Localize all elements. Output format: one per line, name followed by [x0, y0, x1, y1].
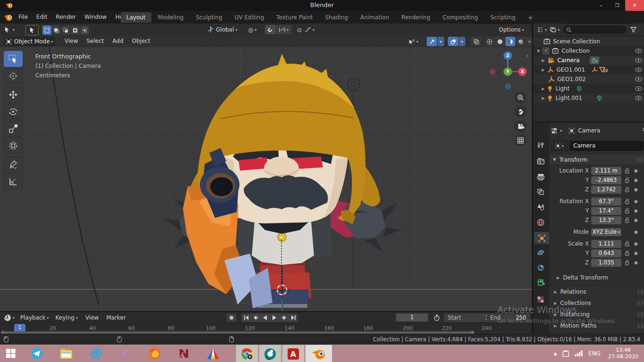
animate-dot[interactable]: ●: [634, 199, 638, 204]
shading-rendered-button[interactable]: [516, 37, 526, 46]
timeline-menu-keying[interactable]: Keying▾: [56, 314, 78, 321]
section-instancing[interactable]: ▶Instancing ⣿⣿: [549, 308, 644, 320]
tool-annotate[interactable]: [4, 156, 23, 173]
menu-file[interactable]: File: [14, 11, 32, 23]
lock-icon[interactable]: [625, 260, 630, 265]
sidebar-collapse-arrow[interactable]: ‹: [526, 52, 528, 59]
outliner-filter-icon-dropdown[interactable]: ▾: [550, 27, 560, 33]
outliner-row-geo1-002[interactable]: GEO1.002: [533, 74, 644, 84]
shading-solid-button[interactable]: [495, 37, 505, 46]
transform-orientation-dropdown[interactable]: Global▾: [207, 25, 237, 34]
tab-object-data-icon[interactable]: [537, 279, 545, 286]
animate-dot[interactable]: ●: [634, 251, 638, 255]
select-mode-subtract[interactable]: [61, 25, 70, 35]
rot-z-field[interactable]: 13.3°: [591, 216, 621, 224]
menu-render[interactable]: Render: [51, 11, 80, 23]
animate-dot[interactable]: ●: [634, 208, 638, 213]
tool-cursor[interactable]: [4, 68, 23, 84]
shading-material-button[interactable]: [505, 37, 515, 46]
section-relations[interactable]: ▶Relations ⣿⣿: [549, 286, 644, 297]
taskbar-prism-app-icon[interactable]: [206, 345, 221, 362]
tab-sculpting[interactable]: Sculpting: [190, 12, 228, 23]
play-reverse-button[interactable]: [260, 315, 270, 320]
disclosure-triangle-icon[interactable]: ▶: [542, 68, 545, 72]
active-tool-selector[interactable]: ▾: [4, 25, 22, 34]
animate-dot[interactable]: ●: [634, 187, 638, 192]
shading-dropdown[interactable]: ▾: [526, 37, 533, 46]
loc-x-field[interactable]: 2.111 m: [591, 167, 621, 175]
gizmos-toggle[interactable]: [427, 37, 437, 46]
proportional-editing-toggle[interactable]: ⊙: [295, 25, 304, 34]
scale-z-field[interactable]: 1.035: [591, 259, 621, 267]
taskbar-acrobat-icon[interactable]: A: [282, 345, 305, 362]
timeline-menu-playback[interactable]: Playback▾: [20, 314, 49, 321]
taskbar-firefox-icon[interactable]: [147, 345, 162, 362]
hide-eye-icon[interactable]: [635, 67, 642, 72]
tray-language-label[interactable]: ENG: [586, 345, 603, 362]
menu-edit[interactable]: Edit: [32, 11, 51, 23]
taskbar-blender-icon[interactable]: [305, 345, 332, 362]
object-id-dropdown[interactable]: ▾: [551, 140, 568, 151]
scale-x-field[interactable]: 1.111: [591, 240, 621, 248]
section-collections[interactable]: ▶Collections ⣿⣿: [549, 297, 644, 309]
loc-z-field[interactable]: 1.2742: [591, 186, 621, 194]
gizmos-dropdown[interactable]: ▾: [438, 37, 444, 46]
properties-editor-type-dropdown[interactable]: ▾: [551, 128, 562, 134]
use-preview-range-toggle[interactable]: [432, 313, 441, 322]
tab-modeling[interactable]: Modeling: [152, 12, 190, 23]
timeline-editor-type-dropdown[interactable]: ▾: [4, 314, 15, 321]
animate-dot[interactable]: ●: [634, 168, 638, 173]
tab-rendering[interactable]: Rendering: [396, 12, 436, 23]
outliner-row-scene-collection[interactable]: Scene Collection: [533, 37, 644, 46]
object-type-visibility-dropdown[interactable]: ▾: [408, 37, 418, 46]
menu-window[interactable]: Window: [80, 11, 111, 23]
collection-checkbox[interactable]: ✓: [543, 48, 549, 54]
tool-move[interactable]: [4, 87, 23, 103]
panel-grip[interactable]: ⣿⣿: [637, 157, 644, 162]
jump-to-end-button[interactable]: [289, 315, 298, 320]
shading-wireframe-button[interactable]: [485, 37, 495, 46]
blender-menu-logo-icon[interactable]: [4, 13, 13, 21]
tab-object-icon-active[interactable]: [534, 232, 549, 244]
minimize-button[interactable]: –: [593, 0, 609, 11]
tab-shading[interactable]: Shading: [319, 12, 354, 23]
lock-icon[interactable]: [625, 217, 630, 223]
timeline-menu-view[interactable]: View: [85, 314, 99, 321]
taskbar-webex-icon[interactable]: [259, 345, 281, 362]
hide-eye-icon[interactable]: [635, 77, 642, 82]
taskbar-n-logo-app-icon[interactable]: [176, 345, 191, 362]
snap-with-dropdown[interactable]: ▾: [276, 25, 292, 34]
scale-y-field[interactable]: 0.643: [591, 249, 621, 257]
auto-keying-toggle[interactable]: [227, 313, 236, 322]
lock-icon[interactable]: [625, 198, 630, 204]
panel-grip[interactable]: ⣿⣿: [637, 312, 644, 317]
animate-dot[interactable]: ●: [634, 260, 638, 265]
taskbar-chrome-icon[interactable]: [236, 345, 258, 362]
lock-icon[interactable]: [625, 177, 630, 183]
end-frame-field[interactable]: End250: [487, 313, 530, 322]
gizmo-axis-y[interactable]: Y: [504, 67, 512, 76]
lock-icon[interactable]: [625, 208, 630, 214]
playhead[interactable]: 1: [14, 324, 25, 331]
timeline-ruler[interactable]: 20 40 60 80 100 120 140 160 180 200 220 …: [0, 323, 532, 331]
outliner-filter-funnel-icon[interactable]: [630, 27, 636, 33]
delta-transform-header[interactable]: ▶Delta Transform: [557, 273, 608, 282]
animate-dot[interactable]: ●: [634, 218, 638, 222]
lock-icon[interactable]: [625, 187, 630, 192]
hide-eye-icon[interactable]: [635, 49, 642, 53]
pivot-point-dropdown[interactable]: ◎▾: [248, 25, 256, 34]
taskbar-file-explorer-icon[interactable]: [58, 345, 74, 362]
gizmo-axis-z-neg[interactable]: [505, 83, 511, 90]
transform-panel-header[interactable]: ▼ Transform ⣿⣿: [549, 155, 644, 165]
tool-scale[interactable]: [4, 121, 23, 137]
lock-icon[interactable]: [625, 168, 630, 173]
xray-toggle[interactable]: [471, 37, 482, 46]
tool-select-box[interactable]: [4, 51, 23, 67]
disclosure-triangle-icon[interactable]: ▶: [542, 87, 545, 91]
tray-show-hidden-icon[interactable]: ▲: [551, 345, 560, 362]
tab-render-icon[interactable]: [537, 158, 545, 165]
rot-x-field[interactable]: 67.3°: [591, 197, 621, 206]
pin-icon[interactable]: [642, 128, 644, 134]
outliner-display-mode-dropdown[interactable]: ▾: [537, 27, 547, 33]
section-motion-paths[interactable]: ▶Motion Paths ⣿⣿: [549, 320, 644, 331]
